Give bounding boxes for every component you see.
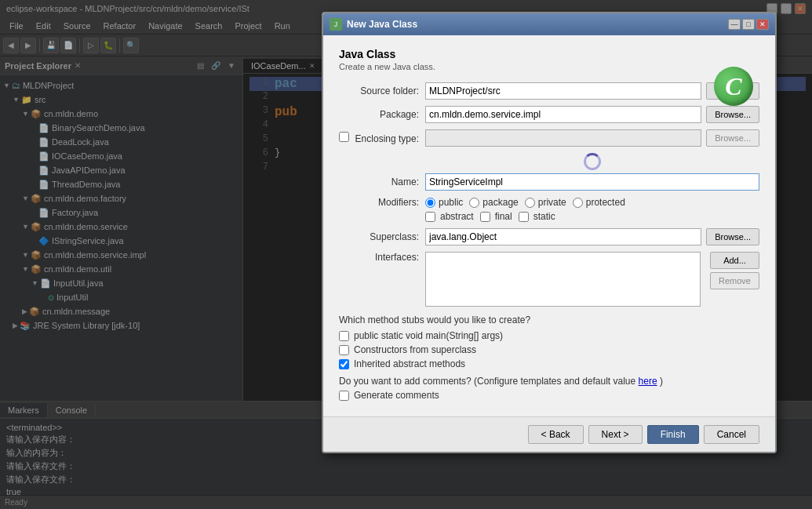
method-main[interactable]: public static void main(String[] args) [339, 330, 759, 341]
superclass-browse-button[interactable]: Browse... [706, 228, 759, 245]
package-label: Package: [339, 109, 425, 120]
dialog-body: C Java Class Create a new Java class. So… [323, 35, 775, 416]
dialog-overlay: J New Java Class — □ ✕ C Java Class [0, 0, 812, 509]
here-link[interactable]: here [639, 376, 657, 387]
final-checkbox[interactable] [480, 212, 490, 222]
interfaces-row: Interfaces: Add... Remove [339, 252, 759, 307]
superclass-row: Superclass: Browse... [339, 228, 759, 245]
interfaces-label: Interfaces: [339, 252, 425, 263]
constructors-label: Constructors from superclass [354, 344, 476, 355]
modifiers-label: Modifiers: [339, 197, 425, 208]
package-row: Package: Browse... [339, 106, 759, 123]
name-label: Name: [339, 176, 425, 187]
methods-section: Which method stubs would you like to cre… [339, 314, 759, 369]
modifiers-row: Modifiers: public package [339, 197, 759, 222]
enclosing-type-label: Enclosing type: [339, 132, 425, 144]
abstract-checkbox[interactable] [425, 212, 435, 222]
enclosing-type-row: Enclosing type: Browse... [339, 129, 759, 147]
inherited-checkbox[interactable] [339, 359, 349, 369]
ide-window: eclipse-workspace - MLDNProject/src/cn/m… [0, 0, 812, 509]
modifier-protected-label: protected [586, 197, 625, 208]
modifier-public[interactable]: public [425, 197, 463, 208]
modifier-private-radio[interactable] [525, 198, 535, 208]
dialog-maximize-button[interactable]: □ [742, 19, 755, 30]
source-folder-row: Source folder: Browse... [339, 82, 759, 100]
method-constructors[interactable]: Constructors from superclass [339, 344, 759, 355]
dialog-minimize-button[interactable]: — [728, 19, 741, 30]
modifier-public-radio[interactable] [425, 198, 435, 208]
next-button[interactable]: Next > [588, 425, 643, 444]
modifier-public-label: public [439, 197, 463, 208]
modifier-package[interactable]: package [469, 197, 518, 208]
modifier-final[interactable]: final [480, 211, 512, 222]
comments-question: Do you want to add comments? (Configure … [339, 376, 759, 387]
static-checkbox[interactable] [519, 212, 529, 222]
modifier-package-radio[interactable] [469, 198, 479, 208]
java-icon: J [334, 20, 338, 28]
loading-spinner [584, 153, 601, 170]
source-folder-label: Source folder: [339, 85, 425, 96]
dialog-icon: J [330, 18, 342, 31]
back-button[interactable]: < Back [528, 425, 584, 444]
enclosing-type-input[interactable] [425, 129, 701, 147]
comments-section: Do you want to add comments? (Configure … [339, 376, 759, 401]
source-folder-input[interactable] [425, 82, 701, 100]
dialog-title-buttons: — □ ✕ [728, 19, 769, 30]
method-inherited[interactable]: Inherited abstract methods [339, 358, 759, 369]
name-input[interactable] [425, 173, 759, 191]
generate-comments-label: Generate comments [354, 390, 439, 401]
static-label: static [533, 211, 555, 222]
modifier-private-label: private [538, 197, 566, 208]
superclass-label: Superclass: [339, 231, 425, 242]
generate-comments-row[interactable]: Generate comments [339, 390, 759, 401]
modifiers-radio-row: public package private [425, 197, 759, 208]
interfaces-textarea[interactable] [425, 252, 701, 307]
dialog-footer: < Back Next > Finish Cancel [323, 416, 775, 452]
dialog-close-button[interactable]: ✕ [756, 19, 769, 30]
modifiers-container: public package private [425, 197, 759, 222]
spinner-area [339, 153, 759, 170]
section-title: Java Class [339, 48, 759, 60]
package-input[interactable] [425, 106, 701, 123]
modifier-protected[interactable]: protected [573, 197, 625, 208]
enclosing-type-browse-button[interactable]: Browse... [706, 129, 759, 147]
section-subtitle: Create a new Java class. [339, 62, 759, 71]
main-method-label: public static void main(String[] args) [354, 330, 503, 341]
modifier-package-label: package [482, 197, 518, 208]
dialog-title-bar: J New Java Class — □ ✕ [323, 13, 775, 35]
finish-button[interactable]: Finish [647, 425, 699, 444]
modifier-private[interactable]: private [525, 197, 566, 208]
logo-circle: C [714, 67, 753, 106]
main-method-checkbox[interactable] [339, 331, 349, 341]
inherited-label: Inherited abstract methods [354, 358, 465, 369]
new-java-class-dialog: J New Java Class — □ ✕ C Java Class [322, 12, 777, 453]
constructors-checkbox[interactable] [339, 345, 349, 355]
enclosing-type-checkbox[interactable] [339, 132, 349, 142]
interfaces-remove-button[interactable]: Remove [710, 272, 759, 289]
dialog-logo: C [714, 67, 753, 106]
generate-comments-checkbox[interactable] [339, 391, 349, 401]
dialog-title: New Java Class [347, 19, 728, 30]
modifier-protected-radio[interactable] [573, 198, 583, 208]
cancel-button[interactable]: Cancel [704, 425, 759, 444]
package-browse-button[interactable]: Browse... [706, 106, 759, 123]
interfaces-buttons: Add... Remove [705, 252, 759, 289]
modifier-static[interactable]: static [519, 211, 555, 222]
final-label: final [495, 211, 512, 222]
interfaces-add-button[interactable]: Add... [710, 252, 759, 269]
superclass-input[interactable] [425, 228, 701, 245]
name-row: Name: [339, 173, 759, 191]
modifiers-checkbox-row: abstract final static [425, 211, 759, 222]
logo-letter: C [725, 72, 741, 101]
methods-title: Which method stubs would you like to cre… [339, 314, 759, 325]
abstract-label: abstract [440, 211, 474, 222]
modifier-abstract[interactable]: abstract [425, 211, 474, 222]
